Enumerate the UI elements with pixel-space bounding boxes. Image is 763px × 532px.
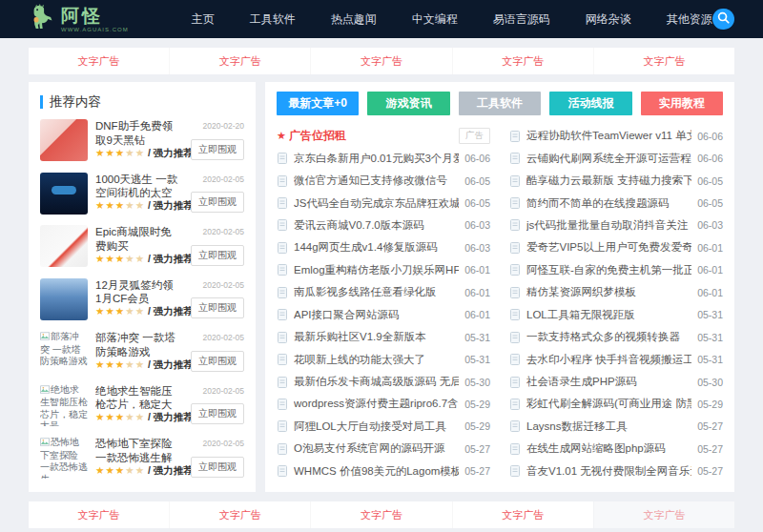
article-row[interactable]: Emlog重构精仿老版小刀娱乐网HFoldao模...06-01 — [277, 259, 490, 281]
article-row[interactable]: 音友V1.01 无视付费限制全网音乐无损免费...05-27 — [509, 460, 723, 482]
search-button[interactable] — [712, 9, 734, 30]
document-icon — [277, 443, 288, 455]
category-latest-articles[interactable]: 最新文章+0 — [277, 92, 359, 115]
site-logo[interactable]: 阿怪 WWW.AGUAIS.COM — [29, 4, 129, 34]
document-icon — [277, 332, 288, 343]
article-row[interactable]: js代码批量批量自动取消抖音关注06-03 — [509, 215, 723, 236]
category-game-news[interactable]: 游戏资讯 — [367, 92, 449, 115]
article-row[interactable]: Laysns数据迁移工具05-27 — [509, 416, 723, 438]
view-now-button[interactable]: 立即围观 — [191, 139, 244, 160]
article-date: 06-03 — [697, 219, 723, 231]
document-icon — [277, 219, 288, 231]
article-row[interactable]: API接口聚合网站源码06-01 — [277, 304, 490, 326]
broken-image-thumbnail: 绝地求生智能压枪芯片，稳定大号 — [40, 384, 88, 426]
view-now-button[interactable]: 立即围观 — [191, 297, 244, 318]
recommended-item[interactable]: Epic商城限时免费购买《SUPERHOT》游戏 ★★★★★ / 强力推荐 20… — [40, 218, 244, 272]
article-date: 06-01 — [464, 287, 490, 298]
view-now-button[interactable]: 立即围观 — [191, 245, 244, 266]
article-title: DNF助手免费领取9天黑钻 — [95, 119, 179, 147]
category-tutorials[interactable]: 实用教程 — [641, 92, 723, 115]
article-row[interactable]: 阿狸LOL大厅自动接受对局工具05-29 — [277, 416, 490, 438]
article-row[interactable]: 最新伯乐发卡商城高级版源码 无后门05-30 — [277, 371, 490, 393]
recommended-item[interactable]: 12月灵狐签约领1月CF会员 ★★★★★ / 强力推荐 2020-02-05 立… — [40, 272, 244, 325]
article-rating: ★★★★★ / 强力推荐 — [95, 199, 179, 213]
article-date: 06-03 — [464, 219, 490, 231]
document-icon — [509, 264, 521, 276]
nav-item-chinese-programming[interactable]: 中文编程 — [412, 11, 458, 28]
article-row[interactable]: 阿怪互联-自家的免费主机第一批正式开启06-01 — [509, 259, 723, 281]
document-icon — [509, 309, 521, 320]
recommended-item[interactable]: 恐怖地下室探险 一款恐怖逃生 恐怖地下室探险 一款恐怖逃生解谜类游戏 ★★★★★… — [40, 430, 244, 483]
article-row[interactable]: 精仿某资源网织梦模板06-01 — [509, 281, 723, 303]
article-row[interactable]: wordpress资源付费主题ripro6.7含美化包...05-29 — [277, 393, 490, 415]
article-row[interactable]: 一款支持格式众多的视频转换器05-31 — [509, 326, 723, 348]
article-row[interactable]: 南瓜影视多线路任意看绿化版06-01 — [277, 281, 490, 303]
view-now-button[interactable]: 立即围观 — [191, 192, 244, 213]
document-icon — [277, 420, 288, 432]
nav-item-home[interactable]: 主页 — [192, 11, 215, 28]
category-buttons: 最新文章+0 游戏资讯 工具软件 活动线报 实用教程 — [277, 92, 723, 115]
text-ad-link[interactable]: 文字广告 — [29, 501, 169, 528]
article-row[interactable]: 社会语录生成PHP源码05-30 — [509, 371, 723, 393]
text-ad-link[interactable]: 文字广告 — [29, 48, 169, 74]
article-row[interactable]: LOL工具箱无限视距版05-31 — [509, 304, 723, 326]
recommended-item[interactable]: 1000天逃生 一款空间街机的太空模拟经营游戏 ★★★★★ / 强力推荐 202… — [40, 166, 244, 219]
article-row[interactable]: O泡易支付系统官网的源码开源05-27 — [277, 438, 490, 460]
broken-image-icon — [40, 385, 50, 398]
recommended-item[interactable]: 绝地求生智能压枪芯片，稳定大号 绝地求生智能压枪芯片，稳定大号使用，永久免费 ★… — [40, 378, 244, 431]
text-ad-link[interactable]: 文字广告 — [593, 501, 734, 528]
nav-item-hot-news[interactable]: 热点趣闻 — [331, 11, 377, 28]
article-row[interactable]: JS代码全自动完成京东品牌狂欢城活动任务06-05 — [277, 192, 490, 214]
star-rating-icon: ★★★ — [95, 199, 125, 211]
article-date: 2020-02-05 — [203, 333, 244, 342]
article-date: 06-06 — [697, 153, 723, 164]
article-row[interactable]: 最新乐购社区V1.9全新版本05-31 — [277, 326, 490, 348]
article-row[interactable]: 爱讯云商城V0.7.0版本源码06-03 — [277, 215, 490, 236]
text-ad-link[interactable]: 文字广告 — [169, 48, 310, 74]
article-row[interactable]: 144g网页生成v1.4修复版源码06-03 — [277, 236, 490, 258]
category-tools[interactable]: 工具软件 — [459, 92, 541, 115]
ad-slot-row[interactable]: ★ 广告位招租 广告 — [277, 125, 490, 147]
article-row[interactable]: 在线生成网站缩略图php源码05-27 — [509, 438, 723, 460]
document-icon — [509, 175, 521, 187]
view-now-button[interactable]: 立即围观 — [191, 457, 244, 478]
article-row[interactable]: 远程协助软件TeamViewer v11 单文件版06-06 — [509, 125, 723, 147]
article-date: 05-31 — [464, 332, 490, 343]
text-ad-link[interactable]: 文字广告 — [452, 501, 593, 528]
nav-item-eyuyan-source[interactable]: 易语言源码 — [493, 11, 550, 28]
article-row[interactable]: 酷享磁力云最新版 支持磁力搜索下载和一...06-05 — [509, 170, 723, 192]
article-row[interactable]: WHMCS 价值98美元的Lagom模板开源05-27 — [277, 460, 490, 482]
category-activity-tips[interactable]: 活动线报 — [549, 92, 631, 115]
text-ad-link[interactable]: 文字广告 — [593, 48, 734, 74]
recommended-item[interactable]: 部落冲突 一款塔防策略游戏 部落冲突 一款塔防策略游戏 ★★★★★ / 强力推荐… — [40, 324, 244, 378]
view-now-button[interactable]: 立即围观 — [191, 403, 244, 424]
text-ad-link[interactable]: 文字广告 — [310, 48, 451, 74]
article-row[interactable]: 京东白条新用户0.01元购买3个月爱奇艺黄...06-06 — [277, 147, 490, 169]
recommended-item[interactable]: DNF助手免费领取9天黑钻 ★★★★★ / 强力推荐 2020-02-20 立即… — [40, 113, 244, 166]
article-row[interactable]: 彩虹代刷全解源码(可商业用途 防黑)05-29 — [509, 393, 723, 415]
document-icon — [509, 443, 521, 455]
nav-item-network-talk[interactable]: 网络杂谈 — [586, 11, 631, 28]
star-icon: ★ — [277, 130, 286, 142]
view-now-button[interactable]: 立即围观 — [191, 351, 244, 372]
article-row[interactable]: 爱奇艺VIP5以上用户可免费发爱奇艺VIP红包06-01 — [509, 236, 723, 258]
article-row[interactable]: 花呗新上线的功能太强大了05-31 — [277, 348, 490, 370]
text-ad-link[interactable]: 文字广告 — [452, 48, 593, 74]
star-rating-icon: ★★★ — [95, 253, 125, 264]
text-ad-link[interactable]: 文字广告 — [310, 501, 451, 528]
article-date: 05-31 — [464, 354, 490, 365]
article-date: 05-31 — [697, 354, 723, 365]
nav-item-tools[interactable]: 工具软件 — [250, 11, 296, 28]
article-row[interactable]: 云铺购代刷网系统全开源可运营程序搭建06-06 — [509, 147, 723, 169]
text-ad-link[interactable]: 文字广告 — [169, 501, 310, 528]
article-date: 06-05 — [697, 197, 723, 209]
article-thumbnail — [40, 173, 88, 215]
document-icon — [509, 197, 521, 209]
document-icon — [509, 377, 521, 388]
document-icon — [277, 287, 288, 298]
article-row[interactable]: 简约而不简单的在线搜题源码06-05 — [509, 192, 723, 214]
article-row[interactable]: 去水印小程序 快手抖音视频搬运工上热门...05-31 — [509, 348, 723, 370]
article-row[interactable]: 微信官方通知已支持修改微信号06-05 — [277, 170, 490, 192]
star-rating-icon: ★★★ — [95, 358, 125, 370]
nav-item-other-resources[interactable]: 其他资源 — [667, 11, 712, 28]
